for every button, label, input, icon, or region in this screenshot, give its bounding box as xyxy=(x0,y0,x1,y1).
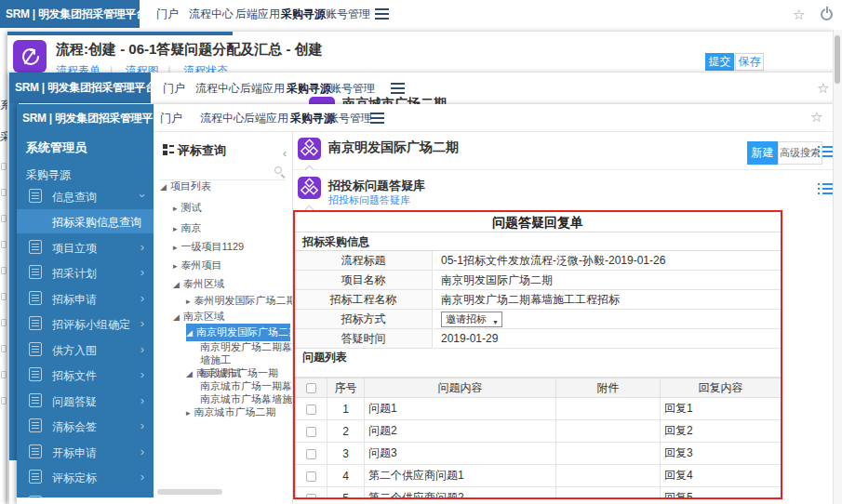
nav-portal[interactable]: 门户 xyxy=(160,104,182,132)
sidebar-item-label: 项目立项 xyxy=(52,241,97,257)
list-view-icon[interactable] xyxy=(818,183,834,195)
list-grid-icon xyxy=(163,144,174,155)
bid-method-select[interactable]: 邀请招标 xyxy=(441,312,502,327)
sidebar-item-info-query[interactable]: 信息查询 › xyxy=(17,184,154,208)
tree-node-nanjing-region[interactable]: ◢南京区域 xyxy=(173,310,224,324)
window1-menu-fragment xyxy=(1,397,7,405)
submit-button[interactable]: 提交 xyxy=(705,53,734,71)
tree-node-test[interactable]: ▸测试 xyxy=(173,201,202,215)
section-title: 招投标问题答疑库 xyxy=(328,178,425,194)
window1-menu-fragment xyxy=(1,215,7,222)
sidebar-item-bid-purchase-info-query[interactable]: 招标采购信息查询 xyxy=(17,209,154,233)
tree-expanded-icon[interactable]: ◢ xyxy=(160,182,167,192)
tree-node-nanjing[interactable]: ▸南京 xyxy=(173,221,202,235)
nav-backend-apps[interactable]: 后端应用 xyxy=(244,104,288,132)
sidebar-item-info-send[interactable]: 信息发送 › xyxy=(17,491,154,497)
advanced-search-button[interactable]: 高级搜索 xyxy=(778,141,822,165)
sidebar-item-procurement-plan[interactable]: 招采计划 › xyxy=(17,260,154,285)
tree-collapsed-icon[interactable]: ▸ xyxy=(186,408,191,418)
row-checkbox[interactable] xyxy=(306,427,316,437)
row-question: 问题3 xyxy=(365,443,556,465)
sidebar-item-bid-opening-application[interactable]: 开标申请 › xyxy=(17,440,154,464)
sidebar-item-bid-documents[interactable]: 招标文件 › xyxy=(17,363,154,387)
menu-hamburger-icon[interactable] xyxy=(375,13,389,15)
power-icon[interactable] xyxy=(821,8,833,20)
nav-backend-apps[interactable]: 后端应用 xyxy=(240,74,285,102)
field-label: 招标工程名称 xyxy=(295,290,433,310)
tree-node-city-plaza-curtainwall-0311[interactable]: 南京城市广场幕墙施工0311 xyxy=(200,392,293,406)
nav-process-center[interactable]: 流程中心 xyxy=(189,0,234,28)
tree-node-label: 南京城市广场幕墙施工0311 xyxy=(200,393,293,405)
vertical-scrollbar-track[interactable] xyxy=(833,30,842,504)
nav-sourcing[interactable]: 采购寻源 xyxy=(281,0,326,28)
favorite-star-icon[interactable]: ☆ xyxy=(810,110,822,124)
form-row: 流程标题 05-1招标文件发放流程-泛微-孙毅-2019-01-26 xyxy=(295,251,781,271)
sidebar-item-question-answer[interactable]: 问题答疑 › xyxy=(17,389,154,413)
tree-expanded-icon[interactable]: ◢ xyxy=(173,280,180,289)
sidebar-item-label: 招标采购信息查询 xyxy=(52,215,141,231)
search-icon[interactable] xyxy=(274,166,282,174)
tree-node-taizhou-project[interactable]: ▸泰州项目 xyxy=(173,259,222,272)
horizontal-scrollbar[interactable] xyxy=(157,489,222,495)
nav-account[interactable]: 账号管理 xyxy=(326,0,370,28)
tree-collapsed-icon[interactable]: ▸ xyxy=(173,224,178,233)
tree-node-level1-project[interactable]: ▸一级项目1129 xyxy=(173,240,244,254)
select-all-checkbox[interactable] xyxy=(306,383,316,393)
tree-search-input[interactable] xyxy=(159,162,286,180)
save-button[interactable]: 保存 xyxy=(735,53,764,71)
tree-node-nanjing-city-plaza-2[interactable]: ▸南京城市广场二期 xyxy=(186,405,276,419)
document-icon xyxy=(29,189,42,203)
sidebar-item-bid-evaluation-award[interactable]: 评标定标 › xyxy=(17,465,154,489)
favorite-star-icon[interactable]: ☆ xyxy=(793,7,805,21)
tree-node-nanjing-city-plaza-1[interactable]: ◢南京城市广场一期 xyxy=(186,366,278,380)
tree-node-taizhou-mingfa-plaza[interactable]: ▸泰州明发国际广场二期 xyxy=(186,294,293,308)
sidebar-item-bid-application[interactable]: 招标申请 › xyxy=(17,286,154,311)
favorite-star-icon[interactable]: ☆ xyxy=(817,81,829,95)
tree-collapsed-icon[interactable]: ▸ xyxy=(173,243,178,252)
tree-node-nanjing-mingfa-plaza-selected[interactable]: ◢南京明发国际广场二期 xyxy=(186,324,290,341)
row-checkbox[interactable] xyxy=(306,449,316,459)
section-link[interactable]: 招投标问题答疑库 xyxy=(328,193,410,207)
tree-node-project-list[interactable]: ◢项目列表 xyxy=(160,179,211,193)
tree-node-city-plaza-curtainwall[interactable]: 南京城市广场一期幕墙施工 xyxy=(200,379,293,393)
tree-node-taizhou-region[interactable]: ◢泰州区域 xyxy=(173,277,224,291)
sidebar-item-label: 供方入围 xyxy=(52,343,97,359)
menu-hamburger-icon[interactable] xyxy=(370,117,384,119)
tree-collapsed-icon[interactable]: ▸ xyxy=(186,297,191,306)
tree-expanded-icon[interactable]: ◢ xyxy=(186,369,193,378)
menu-hamburger-icon[interactable] xyxy=(391,87,405,89)
row-checkbox[interactable] xyxy=(306,405,316,415)
sidebar-item-evaluation-group[interactable]: 招评标小组确定 › xyxy=(17,312,154,336)
project-name-value: 南京明发国际广场二期 xyxy=(434,271,781,290)
window2-top-strip xyxy=(7,32,233,35)
row-checkbox[interactable] xyxy=(306,471,316,482)
nav-process-center[interactable]: 流程中心 xyxy=(195,74,240,102)
list-view-icon[interactable] xyxy=(818,146,834,158)
content-panel: 南京明发国际广场二期 新建 高级搜索 招投标问题答疑库 招投标问题答疑库 问题答… xyxy=(293,132,842,504)
tree-node-label: 南京城市广场一期 xyxy=(196,367,278,378)
row-checkbox[interactable] xyxy=(306,494,316,499)
new-button[interactable]: 新建 xyxy=(747,141,778,165)
window1-sidebar-fragment: 系 xyxy=(0,98,7,110)
chevron-right-icon: › xyxy=(140,393,144,407)
nav-process-center[interactable]: 流程中心 xyxy=(200,104,245,132)
col-header-reply: 回复内容 xyxy=(661,378,782,398)
nav-portal[interactable]: 门户 xyxy=(156,0,179,28)
row-reply: 回复5 xyxy=(661,487,782,500)
sidebar-item-label: 信息发送 xyxy=(52,497,97,497)
tree-collapsed-icon[interactable]: ▸ xyxy=(173,204,178,213)
sidebar-item-supplier-shortlist[interactable]: 供方入围 › xyxy=(17,338,154,362)
tree-expanded-icon[interactable]: ◢ xyxy=(186,328,193,338)
nav-backend-apps[interactable]: 后端应用 xyxy=(235,0,280,28)
vertical-scrollbar-thumb[interactable] xyxy=(835,35,840,84)
nav-portal[interactable]: 门户 xyxy=(163,74,185,102)
sidebar-item-project-initiation[interactable]: 项目立项 › xyxy=(17,235,154,259)
row-attachment xyxy=(556,465,661,487)
chevron-right-icon: › xyxy=(140,342,144,356)
tree-expanded-icon[interactable]: ◢ xyxy=(173,312,180,322)
tree-collapsed-icon[interactable]: ▸ xyxy=(173,261,178,271)
nav-account[interactable]: 账号管理 xyxy=(327,104,372,132)
row-question: 第二个供应商问题2 xyxy=(365,487,556,500)
sidebar-item-bid-clarification-sign[interactable]: 清标会签 › xyxy=(17,414,154,438)
collapse-panel-icon[interactable]: ‹ xyxy=(283,147,287,160)
